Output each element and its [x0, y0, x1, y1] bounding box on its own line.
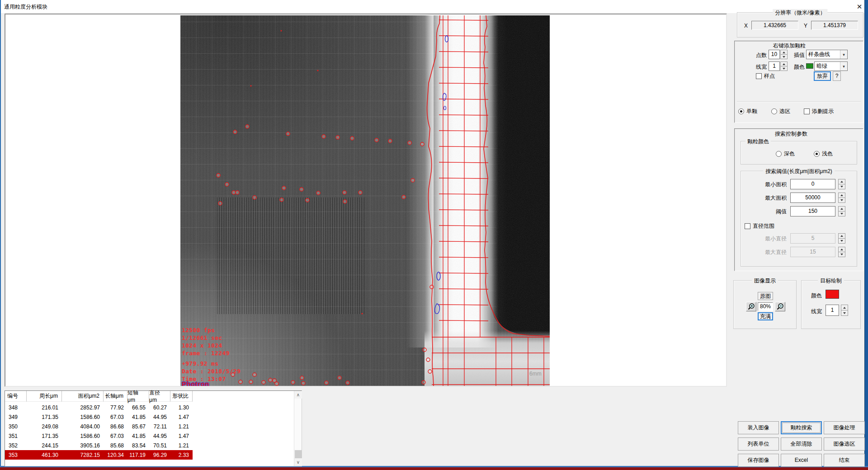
discard-button[interactable]: 放弃 — [814, 71, 831, 81]
interp-value: 样条曲线 — [807, 51, 840, 58]
camera-info-line: 1024 x 1024 — [182, 342, 241, 349]
max-diameter-spinner[interactable] — [838, 247, 845, 257]
add-delete-hint-checkbox[interactable]: 添删提示 — [804, 108, 834, 115]
light-color-radio[interactable]: 浅色 — [814, 150, 833, 158]
diameter-range-checkbox[interactable]: 直径范围 — [745, 222, 774, 230]
search-params-title: 搜索控制参数 — [775, 130, 807, 138]
table-cell: 67.03 — [104, 412, 127, 422]
scroll-down-icon[interactable]: ∨ — [294, 458, 302, 466]
mode-region-radio[interactable]: 选区 — [771, 108, 790, 115]
column-header[interactable]: 直径μm — [149, 391, 170, 402]
table-row[interactable]: 350249.084084.0086.6885.6772.111.21 — [5, 422, 193, 431]
table-row[interactable]: 349171.351586.6067.0341.8544.951.47 — [5, 412, 193, 422]
table-cell: 350 — [5, 422, 27, 431]
window-border-left — [0, 0, 1, 470]
table-row[interactable]: 348216.012852.9777.9266.5560.271.30 — [5, 403, 193, 412]
table-cell: 96.29 — [149, 450, 170, 460]
table-cell: 44.95 — [149, 431, 170, 441]
fit-button[interactable]: 充满 — [758, 312, 773, 320]
zoom-level-field: 80% — [758, 302, 773, 311]
target-linewidth-spinner[interactable] — [841, 305, 848, 316]
table-cell: 171.35 — [27, 431, 62, 441]
interp-dropdown[interactable]: 样条曲线 ▾ — [806, 50, 848, 59]
table-cell: 44.95 — [149, 412, 170, 422]
threshold-spinner[interactable] — [838, 206, 845, 216]
min-area-input[interactable]: 0 — [790, 179, 835, 189]
target-linewidth-label: 线宽 — [811, 308, 822, 315]
analysis-image[interactable]: 12500 fps1/12661 sec1024 x 1024frame : 1… — [180, 15, 550, 386]
table-cell: 349 — [5, 412, 27, 422]
max-diameter-input: 15 — [790, 247, 835, 257]
pen-linewidth-label: 线宽 — [756, 63, 767, 71]
resolution-x-label: X — [744, 23, 748, 29]
scrollbar-thumb[interactable] — [295, 450, 302, 458]
particle-analysis-window: { "window": { "title": "通用粒度分析模块", "clos… — [0, 0, 868, 470]
mode-single-label: 单颗 — [746, 108, 757, 115]
column-header[interactable]: 长轴μm — [104, 391, 127, 402]
original-size-button[interactable]: 原图 — [758, 292, 773, 300]
column-header[interactable]: 面积μm2 — [62, 391, 104, 402]
zoom-in-button[interactable] — [746, 302, 756, 311]
table-cell: 117.19 — [127, 450, 149, 460]
load-image-button[interactable]: 装入图像 — [738, 421, 779, 434]
list-units-button[interactable]: 列表单位 — [738, 437, 779, 451]
table-cell: 352 — [5, 441, 27, 450]
image-process-button[interactable]: 图像处理 — [824, 421, 865, 434]
image-display-title: 图像显示 — [752, 277, 778, 285]
end-button[interactable]: 结束 — [824, 454, 865, 467]
column-header[interactable]: 形状比 — [170, 391, 193, 402]
table-cell: 41.85 — [127, 412, 149, 422]
table-cell: 2852.97 — [62, 403, 104, 412]
scroll-up-icon[interactable]: ∧ — [294, 391, 302, 399]
table-row[interactable]: 353461.307282.15120.34117.1996.292.33 — [5, 450, 193, 460]
column-header[interactable]: 周长μm — [27, 391, 62, 402]
close-button[interactable]: ✕ — [854, 1, 865, 12]
save-image-button[interactable]: 保存图像 — [738, 454, 779, 467]
zoom-out-button[interactable] — [775, 302, 785, 311]
help-button[interactable]: ? — [833, 71, 841, 81]
dark-color-radio[interactable]: 深色 — [776, 150, 795, 158]
column-header[interactable]: 短轴μm — [127, 391, 149, 402]
mode-region-label: 选区 — [779, 108, 790, 115]
clear-all-button[interactable]: 全部清除 — [781, 437, 822, 451]
min-diameter-input: 5 — [790, 233, 835, 244]
column-header[interactable]: 编号 — [5, 391, 27, 402]
table-scrollbar[interactable]: ∧ ∨ — [294, 391, 302, 466]
max-area-spinner[interactable] — [838, 193, 845, 203]
excel-button[interactable]: Excel — [781, 454, 822, 467]
table-cell: 85.68 — [104, 441, 127, 450]
pen-linewidth-spinner[interactable] — [780, 61, 788, 71]
interp-label: 插值 — [794, 52, 805, 59]
particle-search-button[interactable]: 颗粒搜索 — [781, 421, 822, 434]
camera-info-line: 12500 fps — [182, 326, 241, 334]
min-area-spinner[interactable] — [838, 179, 845, 189]
table-row[interactable]: 351171.351586.6067.0341.8544.951.47 — [5, 431, 193, 441]
table-cell: 1586.60 — [62, 412, 104, 422]
pen-color-dropdown[interactable]: 暗绿 ▾ — [814, 61, 848, 71]
threshold-input[interactable]: 150 — [790, 206, 835, 216]
points-input[interactable]: 10 — [769, 50, 780, 59]
camera-info-line: 1/12661 sec — [182, 334, 241, 342]
zoom-out-icon — [776, 303, 784, 310]
table-cell: 1586.60 — [62, 431, 104, 441]
window-border-right — [864, 0, 868, 470]
target-linewidth-input[interactable]: 1 — [826, 305, 839, 316]
sample-points-checkbox[interactable]: 样点 — [756, 72, 775, 80]
max-area-input[interactable]: 50000 — [790, 193, 835, 203]
zoom-in-icon — [747, 303, 755, 310]
resolution-y-field: 1.451379 — [811, 21, 858, 30]
scale-label: 6mm — [529, 371, 542, 377]
pen-color-swatch[interactable] — [806, 63, 813, 69]
mode-single-radio[interactable]: 单颗 — [738, 108, 757, 115]
pen-linewidth-input[interactable]: 1 — [769, 61, 780, 71]
image-region-button[interactable]: 图像选区 — [824, 437, 865, 451]
threshold-label: 阈值 — [776, 208, 787, 216]
min-diameter-spinner[interactable] — [838, 233, 845, 244]
table-cell: 1.47 — [170, 412, 193, 422]
points-spinner[interactable] — [780, 50, 788, 59]
max-area-label: 最大面积 — [765, 194, 787, 202]
target-color-swatch[interactable] — [826, 290, 839, 299]
target-draw-title: 目标绘制 — [818, 277, 844, 285]
table-row[interactable]: 352244.153905.1685.6883.5470.511.21 — [5, 441, 193, 450]
table-cell: 353 — [5, 450, 27, 460]
